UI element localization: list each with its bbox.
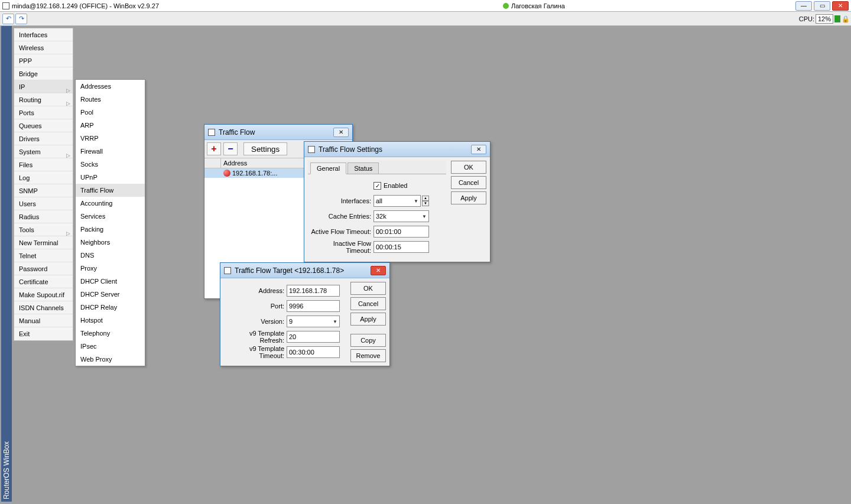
enabled-checkbox[interactable]: ✓ (373, 182, 381, 190)
status-icon (834, 15, 840, 22)
apply-button[interactable]: Apply (350, 313, 386, 326)
main-menu: InterfacesWirelessPPPBridgeIP▷Routing▷Po… (14, 28, 73, 341)
vertical-brand-label: RouterOS WinBox (1, 26, 12, 502)
submenu-item-routes[interactable]: Routes (76, 93, 145, 106)
close-button[interactable]: ✕ (832, 1, 849, 11)
cache-label: Cache Entries: (310, 213, 373, 220)
submenu-item-addresses[interactable]: Addresses (76, 80, 145, 93)
submenu-item-firewall[interactable]: Firewall (76, 145, 145, 158)
close-icon[interactable]: ✕ (333, 128, 349, 137)
submenu-item-pool[interactable]: Pool (76, 106, 145, 119)
mainmenu-item-manual[interactable]: Manual (14, 314, 73, 327)
window-icon (208, 129, 215, 136)
app-icon (2, 2, 9, 9)
submenu-item-dhcp-server[interactable]: DHCP Server (76, 288, 145, 301)
refresh-label: v9 Template Refresh: (224, 330, 287, 344)
mainmenu-item-wireless[interactable]: Wireless (14, 41, 73, 54)
col-marker[interactable] (204, 158, 221, 168)
submenu-item-upnp[interactable]: UPnP (76, 171, 145, 184)
submenu-item-arp[interactable]: ARP (76, 119, 145, 132)
submenu-item-ipsec[interactable]: IPsec (76, 340, 145, 353)
mainmenu-item-files[interactable]: Files (14, 158, 73, 171)
mainmenu-item-new-terminal[interactable]: New Terminal (14, 236, 73, 249)
window-icon (308, 146, 315, 153)
timeout-input[interactable] (287, 346, 340, 358)
redo-button[interactable]: ↷ (15, 14, 27, 24)
submenu-item-dhcp-relay[interactable]: DHCP Relay (76, 301, 145, 314)
tab-status[interactable]: Status (347, 162, 379, 174)
undo-button[interactable]: ↶ (2, 14, 14, 24)
submenu-item-services[interactable]: Services (76, 210, 145, 223)
mainmenu-item-bridge[interactable]: Bridge (14, 67, 73, 80)
mainmenu-item-tools[interactable]: Tools▷ (14, 223, 73, 236)
active-timeout-input[interactable] (373, 226, 429, 238)
ok-button[interactable]: OK (350, 282, 386, 295)
mainmenu-item-ports[interactable]: Ports (14, 106, 73, 119)
add-button[interactable]: + (207, 142, 221, 155)
interfaces-spinner[interactable]: ▲▼ (422, 196, 429, 206)
mainmenu-item-queues[interactable]: Queues (14, 119, 73, 132)
submenu-item-socks[interactable]: Socks (76, 158, 145, 171)
minimize-button[interactable]: — (795, 1, 812, 11)
tab-general[interactable]: General (310, 162, 346, 174)
port-input[interactable] (287, 300, 340, 312)
mainmenu-item-system[interactable]: System▷ (14, 145, 73, 158)
submenu-item-hotspot[interactable]: Hotspot (76, 314, 145, 327)
submenu-item-packing[interactable]: Packing (76, 223, 145, 236)
mainmenu-item-radius[interactable]: Radius (14, 210, 73, 223)
mainmenu-item-isdn-channels[interactable]: ISDN Channels (14, 301, 73, 314)
mainmenu-item-interfaces[interactable]: Interfaces (14, 28, 73, 41)
mainmenu-item-telnet[interactable]: Telnet (14, 249, 73, 262)
app-toolbar: ↶ ↷ CPU: 12% 🔒 (0, 12, 851, 26)
mainmenu-item-exit[interactable]: Exit (14, 327, 73, 340)
window-title: Traffic Flow Settings (319, 145, 471, 154)
cancel-button[interactable]: Cancel (350, 297, 386, 310)
mainmenu-item-routing[interactable]: Routing▷ (14, 93, 73, 106)
settings-button[interactable]: Settings (243, 142, 287, 155)
enabled-label: Enabled (384, 182, 407, 189)
cpu-label: CPU: (799, 15, 814, 22)
apply-button[interactable]: Apply (451, 191, 486, 204)
close-icon[interactable]: ✕ (371, 266, 386, 275)
cancel-button[interactable]: Cancel (451, 176, 486, 189)
submenu-item-proxy[interactable]: Proxy (76, 262, 145, 275)
mainmenu-item-snmp[interactable]: SNMP (14, 184, 73, 197)
traffic-flow-settings-window: Traffic Flow Settings ✕ General Status ✓… (304, 141, 491, 262)
mainmenu-item-password[interactable]: Password (14, 262, 73, 275)
lock-icon: 🔒 (842, 15, 849, 22)
mainmenu-item-certificate[interactable]: Certificate (14, 275, 73, 288)
mainmenu-item-drivers[interactable]: Drivers (14, 132, 73, 145)
submenu-item-web-proxy[interactable]: Web Proxy (76, 353, 145, 366)
address-label: Address: (224, 287, 287, 294)
refresh-input[interactable] (287, 331, 340, 343)
mainmenu-item-users[interactable]: Users (14, 197, 73, 210)
submenu-item-accounting[interactable]: Accounting (76, 197, 145, 210)
inactive-timeout-label: Inactive Flow Timeout: (310, 240, 373, 254)
desktop-area: RouterOS WinBox InterfacesWirelessPPPBri… (0, 26, 851, 504)
mainmenu-item-ip[interactable]: IP▷ (14, 80, 73, 93)
close-icon[interactable]: ✕ (471, 145, 486, 154)
remove-button[interactable]: Remove (350, 349, 386, 362)
remove-button[interactable]: − (223, 142, 238, 155)
ok-button[interactable]: OK (451, 161, 486, 174)
timeout-label: v9 Template Timeout: (224, 345, 287, 359)
submenu-item-traffic-flow[interactable]: Traffic Flow (76, 184, 145, 197)
window-icon (224, 267, 231, 274)
submenu-item-dhcp-client[interactable]: DHCP Client (76, 275, 145, 288)
cache-select[interactable]: 32k (373, 210, 429, 222)
submenu-item-telephony[interactable]: Telephony (76, 327, 145, 340)
inactive-timeout-input[interactable] (373, 241, 429, 253)
contact-name: Лаговская Галина (511, 2, 565, 9)
mainmenu-item-make-supout-rif[interactable]: Make Supout.rif (14, 288, 73, 301)
submenu-item-neighbors[interactable]: Neighbors (76, 236, 145, 249)
address-input[interactable] (287, 285, 340, 297)
copy-button[interactable]: Copy (350, 334, 386, 347)
mainmenu-item-ppp[interactable]: PPP (14, 54, 73, 67)
interfaces-select[interactable]: all (373, 195, 421, 207)
mainmenu-item-log[interactable]: Log (14, 171, 73, 184)
submenu-item-dns[interactable]: DNS (76, 249, 145, 262)
version-select[interactable]: 9 (287, 316, 340, 327)
traffic-flow-target-window: Traffic Flow Target <192.168.1.78> ✕ Add… (220, 262, 390, 366)
submenu-item-vrrp[interactable]: VRRP (76, 132, 145, 145)
maximize-button[interactable]: ▭ (814, 1, 830, 11)
